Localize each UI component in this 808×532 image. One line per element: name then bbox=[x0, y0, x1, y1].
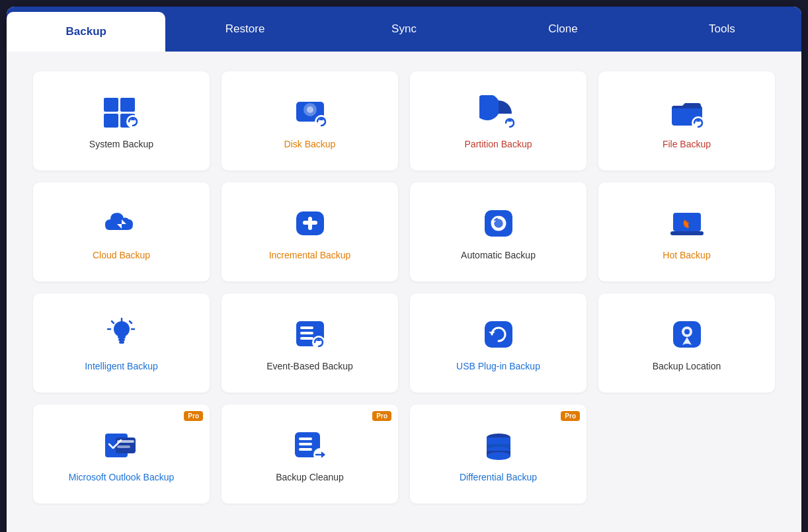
file-backup-label: File Backup bbox=[663, 139, 711, 149]
disk-backup-icon bbox=[291, 95, 329, 130]
event-based-backup-label: Event-Based Backup bbox=[266, 361, 353, 371]
svg-rect-2 bbox=[104, 114, 118, 128]
disk-backup-label: Disk Backup bbox=[284, 139, 336, 149]
pro-badge-differential: Pro bbox=[561, 411, 580, 421]
svg-rect-36 bbox=[300, 326, 313, 329]
tab-restore-label: Restore bbox=[225, 22, 265, 36]
automatic-backup-icon bbox=[479, 206, 518, 241]
tab-tools[interactable]: Tools bbox=[643, 7, 801, 52]
svg-point-62 bbox=[487, 452, 510, 460]
file-backup-icon bbox=[668, 95, 706, 130]
card-backup-cleanup[interactable]: Pro Backup Cleanup bbox=[222, 404, 398, 504]
differential-backup-icon bbox=[479, 428, 518, 463]
pro-badge-cleanup: Pro bbox=[372, 411, 391, 421]
backup-cleanup-label: Backup Cleanup bbox=[276, 472, 344, 482]
tab-backup-label: Backup bbox=[65, 25, 106, 38]
microsoft-outlook-backup-label: Microsoft Outlook Backup bbox=[69, 472, 175, 482]
tab-tools-label: Tools bbox=[709, 22, 735, 36]
cards-grid: System Backup Disk Backup bbox=[33, 71, 775, 504]
cloud-backup-label: Cloud Backup bbox=[93, 250, 150, 260]
tab-clone-label: Clone bbox=[548, 22, 577, 36]
svg-line-31 bbox=[112, 321, 114, 323]
backup-cleanup-icon bbox=[291, 428, 329, 463]
partition-backup-label: Partition Backup bbox=[465, 139, 532, 149]
card-partition-backup[interactable]: Partition Backup bbox=[410, 71, 586, 171]
svg-rect-52 bbox=[299, 443, 312, 445]
svg-rect-49 bbox=[117, 445, 130, 448]
backup-location-label: Backup Location bbox=[653, 361, 721, 371]
card-system-backup[interactable]: System Backup bbox=[33, 71, 210, 171]
intelligent-backup-icon bbox=[102, 317, 141, 352]
svg-rect-19 bbox=[303, 221, 317, 225]
cloud-backup-icon bbox=[102, 206, 141, 241]
svg-rect-29 bbox=[119, 341, 124, 344]
card-cloud-backup[interactable]: Cloud Backup bbox=[33, 182, 210, 282]
svg-rect-51 bbox=[299, 437, 312, 440]
incremental-backup-label: Incremental Backup bbox=[269, 250, 351, 260]
card-hot-backup[interactable]: Hot Backup bbox=[598, 182, 775, 282]
automatic-backup-label: Automatic Backup bbox=[461, 250, 536, 260]
usb-plugin-backup-icon bbox=[479, 317, 518, 352]
card-backup-location[interactable]: Backup Location bbox=[598, 293, 775, 393]
card-incremental-backup[interactable]: Incremental Backup bbox=[222, 182, 398, 282]
outlook-backup-icon bbox=[102, 428, 141, 463]
tab-sync[interactable]: Sync bbox=[325, 7, 483, 52]
card-file-backup[interactable]: File Backup bbox=[598, 71, 775, 171]
system-backup-icon bbox=[102, 95, 141, 130]
tab-sync-label: Sync bbox=[391, 22, 417, 36]
card-automatic-backup[interactable]: Automatic Backup bbox=[410, 182, 586, 282]
svg-rect-27 bbox=[118, 336, 126, 338]
svg-point-45 bbox=[684, 329, 690, 334]
svg-point-26 bbox=[114, 321, 130, 337]
card-differential-backup[interactable]: Pro Differential Backup bbox=[410, 404, 586, 504]
svg-rect-37 bbox=[300, 332, 313, 334]
backup-location-icon bbox=[668, 317, 706, 352]
card-disk-backup[interactable]: Disk Backup bbox=[222, 71, 398, 171]
svg-rect-25 bbox=[670, 231, 704, 235]
intelligent-backup-label: Intelligent Backup bbox=[85, 361, 158, 371]
svg-line-34 bbox=[130, 321, 132, 323]
svg-rect-28 bbox=[118, 338, 125, 341]
differential-backup-label: Differential Backup bbox=[460, 472, 537, 482]
svg-rect-24 bbox=[673, 213, 701, 231]
event-based-backup-icon bbox=[291, 317, 329, 352]
svg-rect-38 bbox=[300, 337, 313, 340]
svg-rect-41 bbox=[485, 321, 512, 348]
hot-backup-label: Hot Backup bbox=[663, 250, 710, 260]
tab-backup[interactable]: Backup bbox=[7, 12, 165, 52]
card-microsoft-outlook-backup[interactable]: Pro Microsoft Outlook Backup bbox=[33, 404, 210, 504]
incremental-backup-icon bbox=[291, 206, 329, 241]
svg-rect-1 bbox=[120, 98, 135, 112]
system-backup-label: System Backup bbox=[89, 139, 153, 149]
pro-badge-outlook: Pro bbox=[184, 411, 203, 421]
tab-clone[interactable]: Clone bbox=[483, 7, 642, 52]
tab-restore[interactable]: Restore bbox=[165, 7, 324, 52]
svg-rect-53 bbox=[299, 448, 312, 451]
content-area: System Backup Disk Backup bbox=[7, 52, 801, 532]
card-event-based-backup[interactable]: Event-Based Backup bbox=[222, 293, 398, 393]
card-usb-plugin-backup[interactable]: USB Plug-in Backup bbox=[410, 293, 586, 393]
card-intelligent-backup[interactable]: Intelligent Backup bbox=[33, 293, 210, 393]
app-window: Backup Restore Sync Clone Tools bbox=[7, 7, 801, 532]
svg-rect-0 bbox=[104, 98, 118, 112]
nav-bar: Backup Restore Sync Clone Tools bbox=[7, 7, 801, 52]
hot-backup-icon bbox=[668, 206, 706, 241]
svg-point-8 bbox=[307, 106, 313, 113]
partition-backup-icon bbox=[479, 95, 518, 130]
usb-plugin-backup-label: USB Plug-in Backup bbox=[456, 361, 540, 371]
